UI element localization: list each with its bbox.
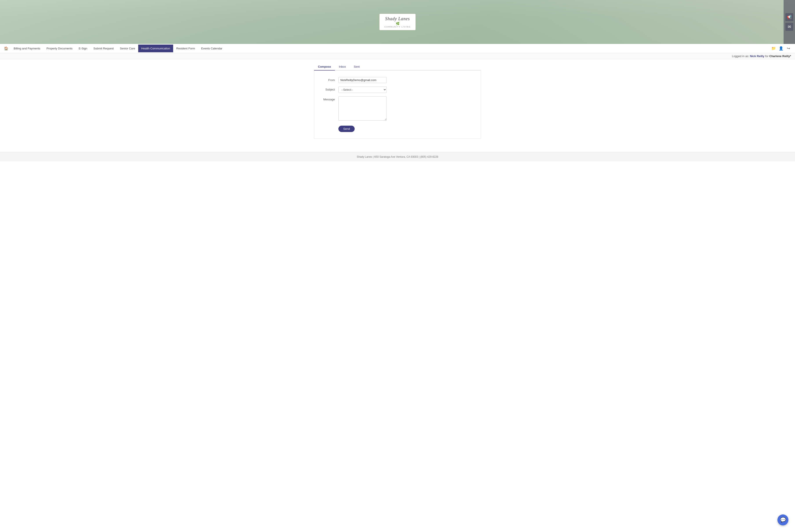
send-button[interactable]: Send: [338, 126, 355, 132]
nav-resident-form[interactable]: Resident Form: [173, 44, 198, 52]
folder-icon[interactable]: 📁: [770, 45, 777, 52]
hero-section: Shady Lanes 🌿 Community Living 📢 ✉: [0, 0, 795, 44]
message-label: Message: [319, 96, 338, 101]
subject-label: Subject: [319, 87, 338, 91]
logged-in-resident: Charlene Reilly*: [769, 55, 791, 58]
message-tabs: Compose Inbox Sent: [314, 63, 481, 71]
from-label: From: [319, 77, 338, 82]
logged-in-username: Nick Reilly: [750, 55, 764, 58]
user-icon[interactable]: 👤: [778, 45, 784, 52]
nav-property-documents[interactable]: Property Documents: [43, 44, 76, 52]
logged-in-for: for: [765, 55, 769, 58]
hero-sidebar-icons: 📢 ✉: [783, 0, 795, 44]
main-content: Compose Inbox Sent From Subject --Select…: [312, 63, 483, 139]
tab-inbox[interactable]: Inbox: [335, 63, 350, 71]
compose-form-panel: From Subject --Select-- General Medical …: [314, 71, 481, 139]
footer-phone: (805) 429-8228: [420, 155, 438, 158]
tab-sent[interactable]: Sent: [350, 63, 364, 71]
message-row: Message: [319, 96, 472, 121]
nav-senior-care[interactable]: Senior Care: [117, 44, 138, 52]
message-textarea[interactable]: [338, 96, 387, 120]
logged-in-prefix: Logged in as:: [732, 55, 749, 58]
send-row: Send: [319, 125, 472, 132]
nav-events-calendar[interactable]: Events Calendar: [198, 44, 225, 52]
footer: Shady Lanes | 650 Saratoga Ave Ventura, …: [0, 152, 795, 162]
subject-row: Subject --Select-- General Medical Emerg…: [319, 87, 472, 93]
tab-compose[interactable]: Compose: [314, 63, 335, 71]
nav-health-communication[interactable]: Health Communication: [138, 44, 173, 52]
logo-subtitle: Community Living: [384, 26, 411, 28]
navigation-bar: 🏠 Billing and Payments Property Document…: [0, 44, 795, 53]
footer-company: Shady Lanes: [357, 155, 372, 158]
envelope-icon[interactable]: ✉: [785, 23, 793, 31]
logout-icon[interactable]: ↪: [785, 45, 792, 52]
logo-title: Shady Lanes: [385, 16, 410, 21]
nav-submit-request[interactable]: Submit Request: [90, 44, 117, 52]
megaphone-icon[interactable]: 📢: [785, 13, 793, 21]
home-nav-button[interactable]: 🏠: [2, 44, 11, 53]
subject-field: --Select-- General Medical Emergency: [338, 87, 472, 93]
message-field: [338, 96, 472, 121]
from-input[interactable]: [338, 77, 387, 83]
logo-leaf: 🌿: [396, 22, 399, 25]
subject-select[interactable]: --Select-- General Medical Emergency: [338, 87, 387, 93]
footer-address: 650 Saratoga Ave Ventura, CA 93003: [374, 155, 418, 158]
nav-billing-payments[interactable]: Billing and Payments: [11, 44, 43, 52]
from-row: From: [319, 77, 472, 83]
logo-box: Shady Lanes 🌿 Community Living: [379, 14, 416, 30]
nav-esign[interactable]: E-Sign: [76, 44, 90, 52]
nav-actions: 📁 👤 ↪: [770, 45, 793, 52]
login-bar: Logged in as: Nick Reilly for Charlene R…: [0, 53, 795, 59]
from-field: [338, 77, 472, 83]
